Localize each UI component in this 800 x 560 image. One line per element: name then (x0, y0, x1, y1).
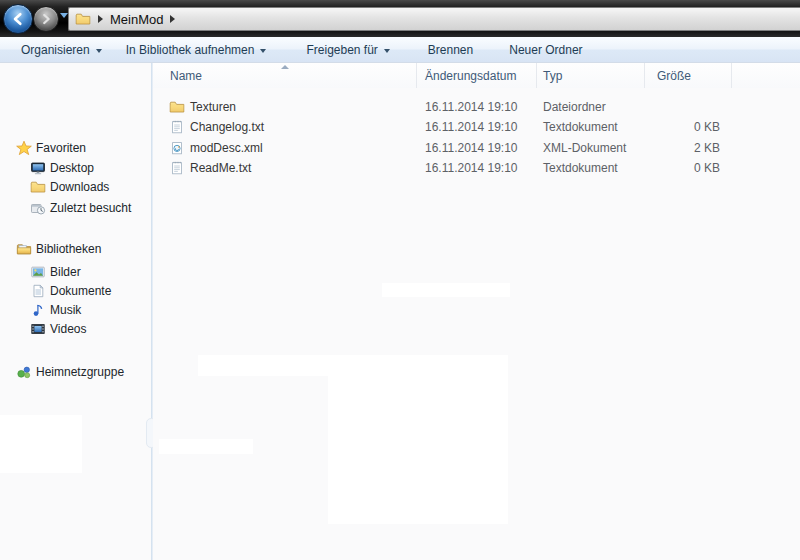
file-name: ReadMe.txt (190, 161, 251, 175)
column-label: Größe (657, 69, 691, 83)
file-date: 16.11.2014 19:10 (417, 158, 537, 178)
xml-file-icon (169, 140, 185, 156)
breadcrumb-arrow-icon[interactable] (170, 15, 175, 23)
row-filler (732, 97, 800, 117)
address-bar[interactable]: MeinMod (68, 7, 800, 31)
forward-button[interactable] (33, 6, 59, 32)
window-chrome: MeinMod (0, 0, 800, 37)
file-name: Changelog.txt (190, 120, 264, 134)
column-header-date[interactable]: Änderungsdatum (417, 63, 537, 88)
recent-places-icon (30, 200, 46, 216)
file-name-cell: Changelog.txt (153, 117, 417, 137)
new-folder-button[interactable]: Neuer Ordner (500, 40, 591, 60)
star-icon (16, 140, 32, 156)
sidebar-label: Bilder (50, 265, 81, 279)
sidebar-label: Dokumente (50, 284, 111, 298)
file-list: Texturen 16.11.2014 19:10 Dateiordner Ch… (153, 88, 800, 178)
sidebar-item-downloads[interactable]: Downloads (30, 178, 109, 196)
sidebar-item-pictures[interactable]: Bilder (30, 263, 81, 281)
column-header-type[interactable]: Typ (537, 63, 645, 88)
file-row-moddesc[interactable]: modDesc.xml 16.11.2014 19:10 XML-Dokumen… (153, 138, 800, 158)
music-icon (30, 302, 46, 318)
redaction-block (0, 415, 82, 473)
file-name-cell: Texturen (153, 97, 417, 117)
text-file-icon (169, 160, 185, 176)
file-row-readme[interactable]: ReadMe.txt 16.11.2014 19:10 Textdokument… (153, 158, 800, 178)
text-file-icon (169, 119, 185, 135)
recent-pages-dropdown[interactable] (60, 13, 68, 18)
file-name-cell: modDesc.xml (153, 138, 417, 158)
file-name: Texturen (190, 100, 236, 114)
folder-icon (169, 99, 185, 115)
explorer-window: { "address_bar": { "location": "MeinMod"… (0, 0, 800, 560)
column-label: Name (170, 69, 202, 83)
sidebar-label: Bibliotheken (36, 242, 101, 256)
downloads-folder-icon (30, 179, 46, 195)
file-name: modDesc.xml (190, 141, 263, 155)
sidebar-item-music[interactable]: Musik (30, 301, 81, 319)
chevron-down-icon (260, 49, 266, 53)
navigation-pane: Favoriten Desktop Downloads Zuletzt besu… (0, 63, 151, 560)
burn-button[interactable]: Brennen (419, 40, 482, 60)
file-type: Textdokument (537, 117, 645, 137)
add-to-library-button[interactable]: In Bibliothek aufnehmen (117, 40, 276, 60)
sidebar-item-libraries[interactable]: Bibliotheken (16, 240, 101, 258)
sidebar-label: Heimnetzgruppe (36, 365, 124, 379)
breadcrumb-arrow-icon[interactable] (98, 15, 103, 23)
file-name-cell: ReadMe.txt (153, 158, 417, 178)
organize-label: Organisieren (21, 43, 90, 57)
folder-icon (75, 11, 91, 27)
sidebar-label: Videos (50, 322, 86, 336)
column-header-filler (732, 63, 800, 88)
documents-icon (30, 283, 46, 299)
sidebar-label: Desktop (50, 161, 94, 175)
back-button[interactable] (3, 4, 33, 34)
column-header-row: Name Änderungsdatum Typ Größe (153, 63, 800, 88)
videos-icon (30, 321, 46, 337)
sidebar-label: Favoriten (36, 141, 86, 155)
homegroup-icon (16, 364, 32, 380)
organize-button[interactable]: Organisieren (12, 40, 111, 60)
redaction-block (382, 283, 510, 297)
chevron-down-icon (384, 49, 390, 53)
arrow-left-icon (10, 11, 26, 27)
libraries-icon (16, 241, 32, 257)
file-type: Dateiordner (537, 97, 645, 117)
file-size: 0 KB (645, 158, 732, 178)
file-size: 0 KB (645, 117, 732, 137)
desktop-icon (30, 160, 46, 176)
sidebar-label: Zuletzt besucht (50, 201, 131, 215)
breadcrumb-segment[interactable]: MeinMod (110, 12, 163, 27)
pictures-icon (30, 264, 46, 280)
sidebar-item-favorites[interactable]: Favoriten (16, 139, 86, 157)
file-date: 16.11.2014 19:10 (417, 117, 537, 137)
chevron-down-icon (96, 49, 102, 53)
column-label: Typ (543, 69, 562, 83)
arrow-right-icon (39, 12, 53, 26)
new-folder-label: Neuer Ordner (509, 43, 582, 57)
sidebar-item-videos[interactable]: Videos (30, 320, 86, 338)
redaction-block (328, 376, 508, 524)
add-to-library-label: In Bibliothek aufnehmen (126, 43, 255, 57)
file-type: Textdokument (537, 158, 645, 178)
file-date: 16.11.2014 19:10 (417, 97, 537, 117)
sort-ascending-icon[interactable] (281, 65, 289, 69)
file-size: 2 KB (645, 138, 732, 158)
file-date: 16.11.2014 19:10 (417, 138, 537, 158)
row-filler (732, 117, 800, 137)
share-with-label: Freigeben für (306, 43, 377, 57)
sidebar-item-homegroup[interactable]: Heimnetzgruppe (16, 363, 124, 381)
sidebar-item-documents[interactable]: Dokumente (30, 282, 111, 300)
row-filler (732, 158, 800, 178)
file-row-texturen[interactable]: Texturen 16.11.2014 19:10 Dateiordner (153, 97, 800, 117)
burn-label: Brennen (428, 43, 473, 57)
file-size (645, 97, 732, 117)
row-filler (732, 138, 800, 158)
sidebar-label: Downloads (50, 180, 109, 194)
sidebar-item-desktop[interactable]: Desktop (30, 159, 94, 177)
share-with-button[interactable]: Freigeben für (297, 40, 398, 60)
file-row-changelog[interactable]: Changelog.txt 16.11.2014 19:10 Textdokum… (153, 117, 800, 137)
sidebar-item-recent-places[interactable]: Zuletzt besucht (30, 199, 131, 217)
column-header-size[interactable]: Größe (645, 63, 732, 88)
redaction-block (198, 355, 508, 376)
